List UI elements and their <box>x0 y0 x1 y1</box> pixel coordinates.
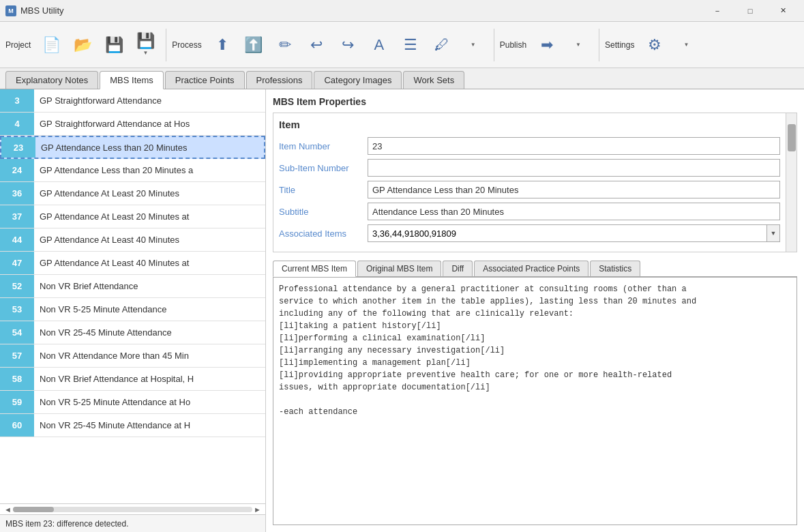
toolbar: Project 📄 📂 💾 💾 ▼ Process ⬆ ⬆️ ✏ <box>0 22 804 68</box>
subtitle-input[interactable] <box>368 203 780 220</box>
title-input[interactable] <box>368 181 780 198</box>
properties-scroll-thumb <box>788 124 796 151</box>
list-item[interactable]: 23GP Attendance Less than 20 Minutes <box>0 136 265 159</box>
list-item[interactable]: 53Non VR 5-25 Minute Attendance <box>0 298 265 321</box>
item-label-text: Non VR Brief Attendance <box>34 281 144 291</box>
undo-button[interactable]: ↩ <box>301 27 331 63</box>
tab-professions[interactable]: Professions <box>246 71 313 89</box>
tab-statistics[interactable]: Statistics <box>590 261 640 276</box>
maximize-button[interactable]: □ <box>734 2 766 20</box>
close-button[interactable]: ✕ <box>767 2 799 20</box>
item-number-badge: 59 <box>0 391 34 413</box>
tab-current-mbs[interactable]: Current MBS Item <box>273 261 356 277</box>
scroll-left-arrow[interactable]: ◄ <box>3 505 13 514</box>
save-as-icon: 💾 <box>136 33 155 48</box>
item-number-label: Item Number <box>279 141 368 151</box>
save-button[interactable]: 💾 <box>99 27 129 63</box>
item-label-text: GP Attendance At Least 40 Minutes <box>34 235 185 245</box>
associated-items-input[interactable] <box>368 224 766 242</box>
tab-associated-practice-points[interactable]: Associated Practice Points <box>474 261 589 276</box>
item-label-text: Non VR 5-25 Minute Attendance at Ho <box>34 397 196 407</box>
item-number-badge: 44 <box>0 228 34 251</box>
list-item[interactable]: 59Non VR 5-25 Minute Attendance at Ho <box>0 391 265 414</box>
process-label: Process <box>172 40 201 50</box>
subtitle-label: Subtitle <box>279 207 368 217</box>
item-label-text: GP Attendance At Least 20 Minutes at <box>34 211 194 222</box>
item-number-badge: 47 <box>0 252 34 274</box>
items-list[interactable]: 3GP Straightforward Attendance4GP Straig… <box>0 89 265 503</box>
associated-items-label: Associated Items <box>279 228 368 239</box>
settings-arrow: ▼ <box>683 42 689 48</box>
title-label: Title <box>279 185 368 195</box>
list-scroll[interactable]: ◄ ► <box>0 503 265 514</box>
publish-group: ➡ ▼ <box>532 27 593 63</box>
undo-icon: ↩ <box>310 38 323 53</box>
separator-1 <box>166 29 166 61</box>
list-item[interactable]: 3GP Straightforward Attendance <box>0 89 265 113</box>
item-number-badge: 52 <box>0 275 34 297</box>
publish-button[interactable]: ➡ <box>532 27 562 63</box>
redo-button[interactable]: ↪ <box>333 27 363 63</box>
tab-original-mbs[interactable]: Original MBS Item <box>357 261 441 276</box>
list-item[interactable]: 57Non VR Attendance More than 45 Min <box>0 344 265 368</box>
save-as-button[interactable]: 💾 ▼ <box>130 27 160 63</box>
item-number-badge: 53 <box>0 298 34 321</box>
list-item[interactable]: 58Non VR Brief Attendance at Hospital, H <box>0 368 265 391</box>
status-text: MBS item 23: difference detected. <box>5 519 129 529</box>
hierarchy-button[interactable]: ☰ <box>396 27 426 63</box>
list-item[interactable]: 60Non VR 25-45 Minute Attendance at H <box>0 414 265 437</box>
list-item[interactable]: 36GP Attendance At Least 20 Minutes <box>0 182 265 205</box>
tab-diff[interactable]: Diff <box>443 261 473 276</box>
list-item[interactable]: 54Non VR 25-45 Minute Attendance <box>0 321 265 344</box>
properties-scrollbar[interactable] <box>786 113 796 252</box>
process-extra-button[interactable]: ▼ <box>458 27 488 63</box>
save-as-arrow: ▼ <box>143 50 148 56</box>
item-section-title: Item <box>279 119 780 130</box>
tab-work-sets[interactable]: Work Sets <box>403 71 464 89</box>
item-label-text: GP Attendance Less than 20 Minutes a <box>34 165 198 175</box>
import-icon: ⬆️ <box>244 38 263 53</box>
item-label-text: Non VR 25-45 Minute Attendance <box>34 327 177 338</box>
sub-item-number-input[interactable] <box>368 159 780 177</box>
properties-section: Item Item Number Sub-Item Number Title S… <box>273 113 797 252</box>
publish-extra-button[interactable]: ▼ <box>563 27 593 63</box>
separator-3 <box>599 29 599 61</box>
upload-icon: ⬆ <box>216 38 228 53</box>
new-button[interactable]: 📄 <box>36 27 66 63</box>
publish-icon: ➡ <box>541 38 553 53</box>
content-textarea[interactable] <box>273 277 797 525</box>
tab-explanatory-notes[interactable]: Explanatory Notes <box>5 71 98 89</box>
list-item[interactable]: 24GP Attendance Less than 20 Minutes a <box>0 159 265 182</box>
list-item[interactable]: 52Non VR Brief Attendance <box>0 275 265 298</box>
subtitle-row: Subtitle <box>279 203 780 220</box>
process-arrow: ▼ <box>471 42 476 48</box>
item-number-input[interactable] <box>368 137 780 155</box>
associated-items-arrow[interactable]: ▼ <box>766 224 780 242</box>
import-button[interactable]: ⬆️ <box>239 27 269 63</box>
app-title: MBS Utility <box>20 5 702 16</box>
sub-item-number-label: Sub-Item Number <box>279 163 368 173</box>
item-number-badge: 54 <box>0 321 34 344</box>
tab-practice-points[interactable]: Practice Points <box>165 71 245 89</box>
upload-button[interactable]: ⬆ <box>207 27 237 63</box>
settings-button[interactable]: ⚙ <box>640 27 670 63</box>
pen-button[interactable]: 🖊 <box>427 27 457 63</box>
edit-button[interactable]: ✏ <box>270 27 300 63</box>
settings-extra-button[interactable]: ▼ <box>671 27 701 63</box>
item-number-badge: 57 <box>0 344 34 367</box>
tab-mbs-items[interactable]: MBS Items <box>100 71 164 89</box>
item-number-badge: 3 <box>0 89 34 112</box>
list-item[interactable]: 47GP Attendance At Least 40 Minutes at <box>0 252 265 275</box>
font-button[interactable]: A <box>364 27 394 63</box>
list-item[interactable]: 37GP Attendance At Least 20 Minutes at <box>0 205 265 228</box>
associated-items-row: Associated Items ▼ <box>279 224 780 242</box>
open-button[interactable]: 📂 <box>68 27 98 63</box>
minimize-button[interactable]: − <box>702 2 733 20</box>
right-panel: MBS Item Properties Item Item Number Sub… <box>266 89 804 532</box>
scroll-right-arrow[interactable]: ► <box>252 505 263 514</box>
item-label-text: GP Straightforward Attendance <box>34 95 167 106</box>
list-item[interactable]: 44GP Attendance At Least 40 Minutes <box>0 228 265 252</box>
save-icon: 💾 <box>105 38 123 53</box>
list-item[interactable]: 4GP Straightforward Attendance at Hos <box>0 113 265 136</box>
tab-category-images[interactable]: Category Images <box>314 71 402 89</box>
